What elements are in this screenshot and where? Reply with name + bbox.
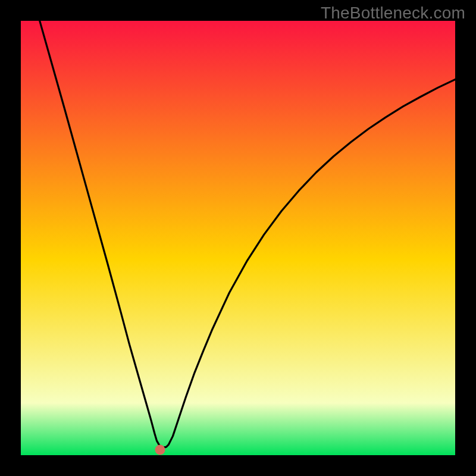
chart-frame: TheBottleneck.com [0, 0, 476, 476]
optimal-point-marker [155, 444, 165, 455]
watermark-text: TheBottleneck.com [321, 4, 465, 23]
plot-area [21, 21, 455, 455]
bottleneck-curve [21, 21, 455, 455]
